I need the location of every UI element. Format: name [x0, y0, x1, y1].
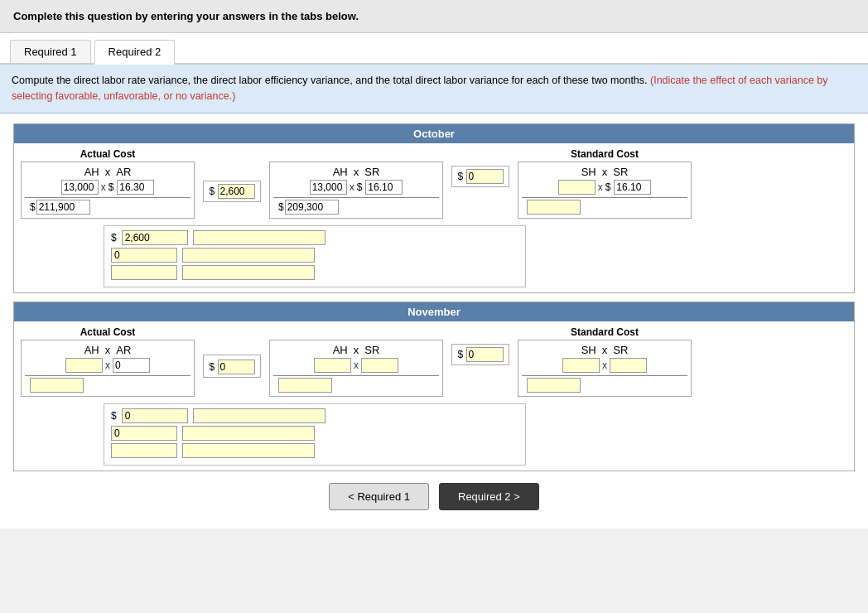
- oct-std-total-input[interactable]: [527, 200, 581, 215]
- oct-var-result-2[interactable]: [111, 248, 177, 263]
- oct-sr2-input[interactable]: [614, 180, 651, 195]
- nov-arrow-2: $: [443, 340, 518, 365]
- oct-var-result-select-3[interactable]: [182, 265, 315, 280]
- actual-cost-label-nov: Actual Cost: [21, 326, 195, 338]
- actual-cost-label-oct: Actual Cost: [21, 148, 195, 160]
- oct-ah-input[interactable]: [61, 180, 99, 195]
- october-section: October Actual Cost Standard Cost AH x A…: [13, 123, 855, 293]
- oct-var-result-select-2[interactable]: [182, 248, 315, 263]
- nov-sr-input[interactable]: [361, 358, 398, 373]
- standard-cost-label-oct: Standard Cost: [518, 148, 692, 160]
- standard-cost-block-nov: SH x SR x: [518, 340, 692, 397]
- oct-eff-var-input[interactable]: [466, 169, 504, 184]
- nov-var-result-select-1[interactable]: [193, 408, 326, 423]
- nov-variance-results: $: [104, 403, 526, 466]
- nov-rate-var[interactable]: [218, 360, 255, 374]
- tab-required-2[interactable]: Required 2: [94, 40, 176, 65]
- oct-sh-input[interactable]: [558, 180, 596, 195]
- ah-sr-block-oct: AH x SR x $ $: [269, 162, 443, 219]
- standard-cost-label-nov: Standard Cost: [518, 326, 692, 338]
- nov-eff-var[interactable]: [466, 347, 504, 362]
- nov-sr2-input[interactable]: [610, 358, 647, 373]
- prev-button[interactable]: < Required 1: [329, 483, 429, 510]
- oct-var-result-3[interactable]: [111, 265, 177, 280]
- nov-var-result-select-2[interactable]: [182, 426, 315, 441]
- oct-var-result-1[interactable]: [122, 230, 188, 245]
- oct-actual-total-input[interactable]: [36, 200, 90, 215]
- oct-ar-input[interactable]: [117, 180, 154, 195]
- oct-ahsr-total-input[interactable]: [285, 200, 339, 215]
- november-section: November Actual Cost Standard Cost AH x …: [13, 302, 855, 471]
- ah-sr-block-nov: AH x SR x: [269, 340, 443, 397]
- next-button[interactable]: Required 2 >: [439, 483, 539, 510]
- nov-var-result-3[interactable]: [111, 443, 177, 458]
- nov-var-result-select-3[interactable]: [182, 443, 315, 458]
- actual-cost-block-oct: AH x AR x $ $: [21, 162, 195, 219]
- oct-rate-var-input[interactable]: [218, 184, 255, 199]
- oct-variance-results: $: [104, 225, 526, 287]
- main-content: October Actual Cost Standard Cost AH x A…: [0, 113, 868, 529]
- nov-arrow-1: $: [195, 340, 269, 378]
- nov-var-result-1[interactable]: [122, 408, 188, 423]
- nov-ar-input[interactable]: [113, 358, 150, 373]
- nov-sh-input[interactable]: [562, 358, 600, 373]
- oct-arrow-2: $: [443, 162, 518, 187]
- tabs-bar: Required 1 Required 2: [0, 33, 868, 65]
- nov-ahsr-total-input[interactable]: [278, 378, 332, 393]
- november-header: November: [14, 302, 854, 321]
- oct-sr-input[interactable]: [365, 180, 403, 195]
- actual-cost-block-nov: AH x AR x: [21, 340, 195, 397]
- instruction-area: Compute the direct labor rate variance, …: [0, 65, 868, 113]
- top-banner: Complete this question by entering your …: [0, 0, 868, 33]
- nov-ah-input[interactable]: [65, 358, 103, 373]
- nov-var-result-2[interactable]: [111, 426, 177, 441]
- bottom-nav: < Required 1 Required 2 >: [13, 471, 855, 519]
- oct-var-result-select-1[interactable]: [193, 230, 326, 245]
- nov-actual-total-input[interactable]: [30, 378, 84, 393]
- nov-std-total-input[interactable]: [527, 378, 581, 393]
- oct-ah2-input[interactable]: [310, 180, 347, 195]
- october-header: October: [14, 124, 854, 143]
- nov-ah2-input[interactable]: [314, 358, 351, 373]
- standard-cost-block-oct: SH x SR x $: [518, 162, 692, 219]
- tab-required-1[interactable]: Required 1: [10, 40, 91, 63]
- oct-arrow-1: $: [195, 162, 269, 202]
